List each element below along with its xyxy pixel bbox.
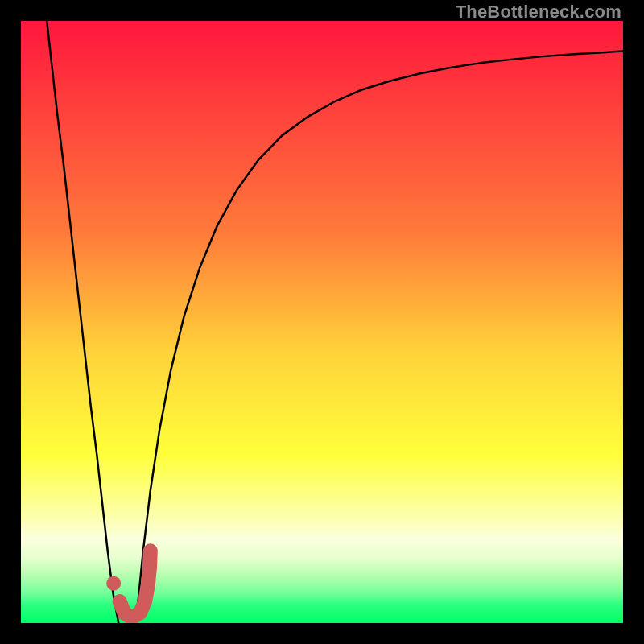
chart-svg bbox=[21, 21, 623, 623]
watermark-label: TheBottleneck.com bbox=[456, 2, 621, 23]
marker-layer bbox=[106, 576, 121, 591]
j-marker-dot bbox=[106, 576, 121, 591]
gradient-background bbox=[21, 21, 623, 623]
chart-frame: TheBottleneck.com bbox=[0, 0, 644, 644]
plot-area bbox=[21, 21, 623, 623]
